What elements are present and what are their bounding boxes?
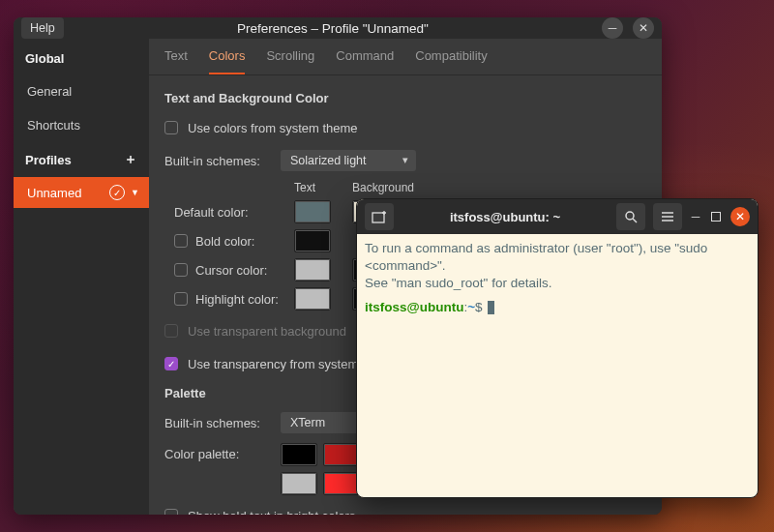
tabs: Text Colors Scrolling Command Compatibil… (149, 39, 662, 75)
section-text-bg: Text and Background Color (164, 91, 646, 105)
sidebar-item-unnamed[interactable]: Unnamed ▼ (14, 177, 149, 208)
maximize-button[interactable] (711, 212, 721, 222)
label-default-color: Default color: (174, 205, 281, 220)
svg-point-1 (626, 212, 634, 220)
label-transparent-bg: Use transparent background (188, 324, 346, 339)
new-tab-icon (372, 210, 387, 223)
dropdown-textbg-scheme[interactable]: Solarized light (281, 150, 416, 171)
tab-colors[interactable]: Colors (209, 48, 246, 74)
check-circle-icon (109, 185, 125, 200)
add-profile-icon[interactable]: ＋ (124, 151, 137, 168)
terminal-cursor (488, 301, 494, 314)
terminal-titlebar: itsfoss@ubuntu: ~ ─ ✕ (357, 199, 758, 234)
minimize-button[interactable]: ─ (690, 211, 701, 222)
terminal-window: itsfoss@ubuntu: ~ ─ ✕ To run a command a… (356, 198, 759, 498)
preferences-sidebar: Global General Shortcuts Profiles ＋ Unna… (14, 39, 149, 515)
tab-compatibility[interactable]: Compatibility (415, 48, 487, 74)
palette-swatch-1[interactable] (323, 443, 360, 466)
tab-scrolling[interactable]: Scrolling (266, 48, 314, 74)
sidebar-item-general[interactable]: General (14, 74, 149, 108)
tab-text[interactable]: Text (164, 48, 188, 74)
palette-swatch-4[interactable] (281, 472, 317, 495)
label-use-system-theme: Use colors from system theme (188, 121, 358, 135)
checkbox-use-transparency-system[interactable] (164, 357, 178, 370)
chevron-down-icon[interactable]: ▼ (131, 188, 139, 197)
label-bold-color: Bold color: (195, 234, 254, 249)
swatch-bold-text[interactable] (294, 229, 331, 252)
hamburger-icon (661, 211, 674, 222)
close-button[interactable]: ✕ (633, 17, 654, 39)
checkbox-bold-bright[interactable] (164, 509, 178, 515)
terminal-output-line: See "man sudo_root" for details. (365, 275, 750, 292)
svg-rect-0 (372, 213, 384, 222)
checkbox-transparent-bg (164, 324, 178, 338)
label-bold-bright: Show bold text in bright colors (188, 509, 355, 516)
sidebar-header-global: Global (14, 43, 149, 74)
sidebar-item-shortcuts[interactable]: Shortcuts (14, 108, 149, 142)
checkbox-use-system-theme[interactable] (164, 121, 178, 134)
terminal-content[interactable]: To run a command as administrator (user … (357, 234, 758, 497)
label-highlight-color: Highlight color: (195, 292, 279, 307)
checkbox-cursor-color[interactable] (174, 263, 188, 277)
swatch-cursor-text[interactable] (294, 258, 331, 281)
terminal-title: itsfoss@ubuntu: ~ (402, 210, 609, 224)
hamburger-menu-button[interactable] (653, 203, 682, 230)
search-button[interactable] (616, 203, 645, 230)
terminal-prompt: itsfoss@ubuntu:~$ (365, 299, 750, 316)
label-builtin-schemes: Built-in schemes: (164, 154, 271, 168)
terminal-output-line: To run a command as administrator (user … (365, 240, 750, 275)
sidebar-header-profiles: Profiles ＋ (14, 142, 149, 177)
label-color-palette: Color palette: (164, 443, 271, 461)
column-header-text: Text (294, 181, 339, 194)
palette-swatch-5[interactable] (323, 472, 360, 495)
swatch-highlight-text[interactable] (294, 287, 331, 310)
swatch-default-text[interactable] (294, 200, 331, 223)
preferences-titlebar: Help Preferences – Profile "Unnamed" ─ ✕ (14, 17, 662, 39)
checkbox-highlight-color[interactable] (174, 292, 188, 306)
label-builtin-schemes-palette: Built-in schemes: (164, 416, 271, 430)
label-cursor-color: Cursor color: (195, 263, 267, 278)
new-tab-button[interactable] (365, 203, 394, 230)
tab-command[interactable]: Command (336, 48, 394, 74)
palette-swatch-0[interactable] (281, 443, 317, 466)
help-button[interactable]: Help (21, 17, 64, 39)
column-header-background: Background (352, 181, 401, 194)
checkbox-bold-color[interactable] (174, 234, 188, 248)
minimize-button[interactable]: ─ (602, 17, 623, 39)
svg-line-2 (633, 219, 637, 222)
close-button[interactable]: ✕ (730, 207, 750, 226)
window-title: Preferences – Profile "Unnamed" (72, 21, 594, 36)
search-icon (624, 210, 638, 223)
